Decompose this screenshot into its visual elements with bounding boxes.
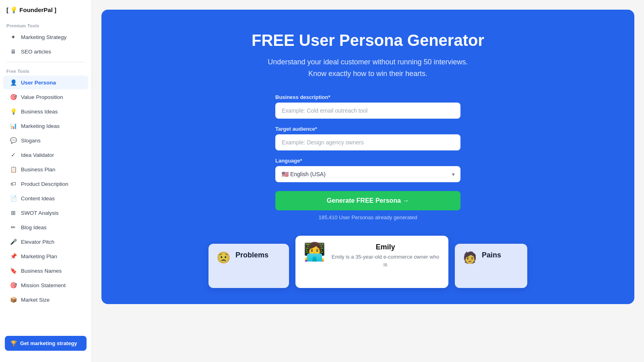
hero-subtitle-line2: Know exactly how to win their hearts. [308,70,427,78]
value-proposition-icon: 🎯 [10,93,17,101]
pains-card-title: Pains [482,251,501,259]
sidebar-item-label: SWOT Analysis [21,210,59,216]
mission-statement-icon: 🎯 [10,282,17,289]
business-plan-icon: 📋 [10,166,17,173]
target-audience-label: Target audience* [275,126,460,132]
sidebar-item-label: Blog Ideas [21,224,47,230]
business-description-label: Business description* [275,94,460,100]
sidebar-item-business-ideas[interactable]: 💡 Business Ideas [3,105,88,118]
logo[interactable]: [ 💡 FounderPal ] [0,6,91,20]
sidebar-item-business-names[interactable]: 🔖 Business Names [3,264,88,278]
premium-section-label: Premium tools [0,20,91,30]
business-ideas-icon: 💡 [10,108,17,115]
sidebar-item-elevator-pitch[interactable]: 🎤 Elevator Pitch [3,235,88,249]
marketing-ideas-icon: 📊 [10,122,17,130]
sidebar-item-label: Slogans [21,138,41,144]
problems-card-content: Problems [235,251,268,259]
hero-title: FREE User Persona Generator [252,31,484,50]
business-names-icon: 🔖 [10,267,17,274]
hero-subtitle-line1: Understand your ideal customer without r… [268,58,468,66]
sidebar-item-product-description[interactable]: 🏷 Product Description [3,177,88,191]
sidebar-item-content-ideas[interactable]: 📄 Content Ideas [3,191,88,205]
sidebar-item-swot-analysis[interactable]: ⊞ SWOT Analysis [3,206,88,220]
sidebar-bottom: 🏆 Get marketing strategy [0,331,91,356]
pains-emoji: 🧑 [463,251,477,264]
sidebar-item-label: Market Size [21,297,50,303]
target-audience-input[interactable] [275,134,460,150]
main-content: FREE User Persona Generator Understand y… [92,0,644,362]
sidebar-item-label: Product Description [21,181,68,187]
user-persona-icon: 👤 [10,79,17,86]
persona-card: 👩‍💻 Emily Emily is a 35-year-old e-comme… [295,236,448,288]
sidebar-item-business-plan[interactable]: 📋 Business Plan [3,162,88,176]
sidebar-item-marketing-strategy[interactable]: ✦ Marketing Strategy [3,30,88,44]
problems-emoji: 😟 [217,251,231,264]
sidebar-item-label: Mission Statement [21,282,66,288]
language-select[interactable]: 🇺🇸 English (USA) 🇪🇸 Spanish 🇫🇷 French 🇩🇪… [275,166,460,182]
sidebar-item-label: Marketing Plan [21,253,57,259]
hero-subtitle: Understand your ideal customer without r… [268,56,468,80]
generate-persona-button[interactable]: Generate FREE Persona → [275,191,460,210]
language-select-wrapper: 🇺🇸 English (USA) 🇪🇸 Spanish 🇫🇷 French 🇩🇪… [275,166,460,182]
sidebar-item-user-persona[interactable]: 👤 User Persona [3,76,88,89]
sidebar-item-label: Content Ideas [21,195,55,202]
sidebar-item-seo-articles[interactable]: 🖥 SEO articles [3,45,88,58]
sidebar-item-marketing-plan[interactable]: 📌 Marketing Plan [3,249,88,263]
marketing-strategy-icon: ✦ [10,33,17,41]
sidebar-item-label: Business Plan [21,167,56,173]
blog-ideas-icon: ✏ [10,224,17,231]
sidebar-item-slogans[interactable]: 💬 Slogans [3,134,88,147]
sidebar-item-mission-statement[interactable]: 🎯 Mission Statement [3,278,88,292]
sidebar-item-label: Value Proposition [21,94,63,100]
persona-form: Business description* Target audience* L… [275,94,460,220]
sidebar-item-marketing-ideas[interactable]: 📊 Marketing Ideas [3,119,88,133]
strategy-btn-label: Get marketing strategy [20,340,77,346]
already-generated-label: 185,410 User Personas already generated [275,214,460,220]
market-size-icon: 📦 [10,296,17,303]
business-description-group: Business description* [275,94,460,119]
business-description-input[interactable] [275,103,460,119]
sidebar-item-idea-validator[interactable]: ✓ Idea Validator [3,148,88,162]
swot-analysis-icon: ⊞ [10,209,17,216]
free-section-label: Free tools [0,66,91,75]
sidebar-item-label: Business Ideas [21,109,58,115]
persona-name: Emily [330,243,440,251]
sidebar-item-market-size[interactable]: 📦 Market Size [3,293,88,306]
hero-card: FREE User Persona Generator Understand y… [101,10,634,304]
sidebar-item-label: Business Names [21,268,62,274]
problems-card: 😟 Problems [208,244,289,288]
content-ideas-icon: 📄 [10,195,17,202]
get-marketing-strategy-button[interactable]: 🏆 Get marketing strategy [5,336,87,351]
pains-card-content: Pains [482,251,501,259]
sidebar-item-label: Marketing Ideas [21,123,60,129]
target-audience-group: Target audience* [275,126,460,150]
preview-section: 😟 Problems 👩‍💻 Emily Emily is a 35-year-… [208,232,527,288]
sidebar-item-blog-ideas[interactable]: ✏ Blog Ideas [3,220,88,234]
problems-card-title: Problems [235,251,268,259]
sidebar-item-label: User Persona [21,80,56,86]
sidebar: [ 💡 FounderPal ] Premium tools ✦ Marketi… [0,0,92,362]
pains-card: 🧑 Pains [455,244,527,288]
marketing-plan-icon: 📌 [10,253,17,260]
language-label: Language* [275,158,460,164]
sidebar-item-label: Idea Validator [21,152,54,158]
product-description-icon: 🏷 [10,180,17,187]
logo-text: [ 💡 FounderPal ] [6,6,56,14]
sidebar-item-label: Elevator Pitch [21,239,54,245]
persona-avatar: 👩‍💻 [303,243,326,261]
language-group: Language* 🇺🇸 English (USA) 🇪🇸 Spanish 🇫🇷… [275,158,460,182]
idea-validator-icon: ✓ [10,151,17,158]
sidebar-divider [6,62,85,62]
strategy-btn-icon: 🏆 [10,340,17,346]
sidebar-item-value-proposition[interactable]: 🎯 Value Proposition [3,90,88,104]
slogans-icon: 💬 [10,137,17,144]
seo-articles-icon: 🖥 [10,48,17,55]
sidebar-item-label: SEO articles [21,49,51,55]
persona-card-content: Emily Emily is a 35-year-old e-commerce … [330,243,440,269]
persona-description: Emily is a 35-year-old e-commerce owner … [330,253,440,269]
sidebar-item-label: Marketing Strategy [21,34,66,40]
elevator-pitch-icon: 🎤 [10,238,17,245]
